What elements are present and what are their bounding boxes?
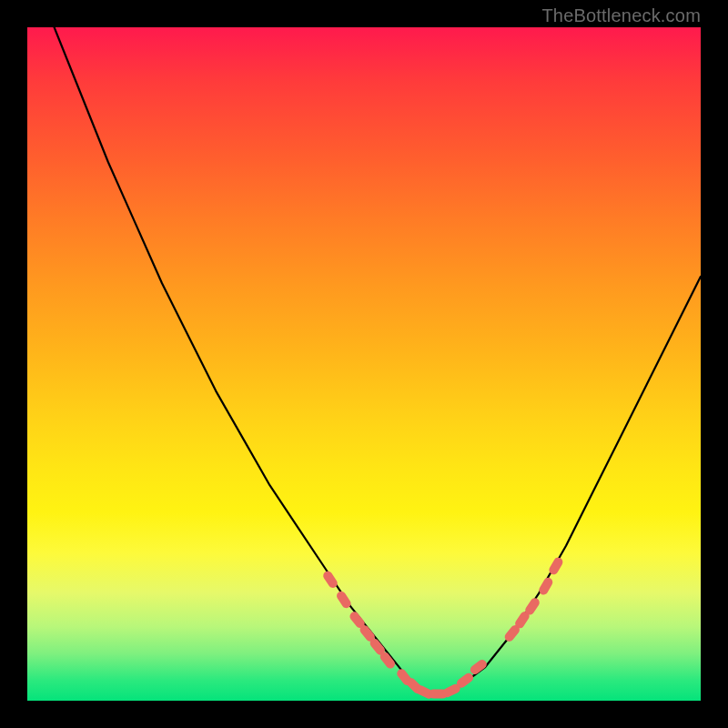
chart-frame: TheBottleneck.com [0, 0, 728, 728]
plot-area [27, 27, 701, 701]
credit-label: TheBottleneck.com [541, 5, 701, 26]
bottleneck-curve [55, 27, 701, 694]
highlight-markers [321, 556, 564, 701]
chart-svg [27, 27, 701, 701]
highlight-marker [469, 658, 489, 676]
